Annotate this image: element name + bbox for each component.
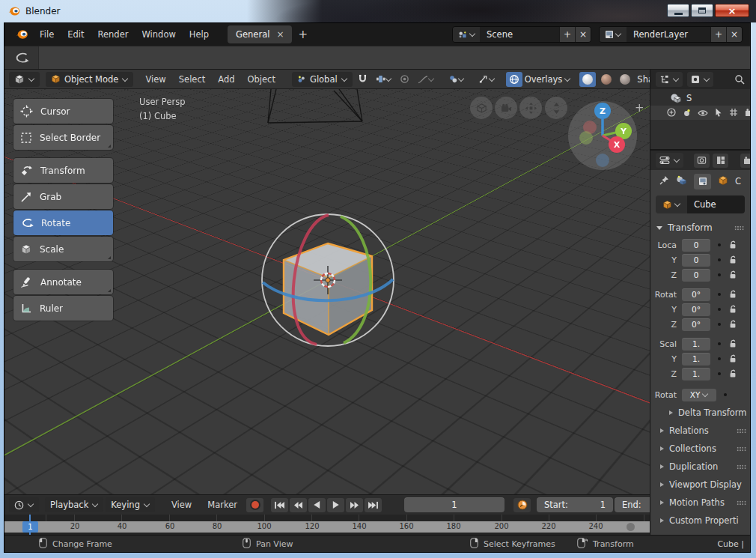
lock-icon[interactable] (728, 354, 737, 363)
panel-drag-handle[interactable] (737, 428, 746, 434)
tool-scale[interactable]: Scale (13, 237, 113, 261)
menu-add[interactable]: Add (213, 73, 240, 86)
snap-toggle-magnet-icon[interactable] (355, 72, 371, 87)
rotation-x-field[interactable]: 0° (682, 288, 710, 301)
animate-dot[interactable] (718, 372, 721, 375)
transform-orientation-dropdown[interactable]: Global (292, 72, 353, 87)
frame-number-band[interactable]: 20 40 60 80 100 120 140 160 180 200 220 … (4, 521, 650, 533)
object-data-tab-icon[interactable] (694, 174, 711, 189)
menu-render[interactable]: Render (91, 27, 135, 42)
perspective-toggle-button[interactable] (470, 97, 493, 119)
gizmo-axis-z[interactable]: Z (594, 103, 611, 119)
animate-dot[interactable] (724, 393, 727, 396)
timeline-editor-type-button[interactable] (9, 497, 39, 512)
rotation-z-field[interactable]: 0° (682, 318, 710, 331)
snap-target-dropdown[interactable] (373, 72, 394, 87)
overlays-globe-icon[interactable] (506, 72, 522, 87)
auto-keyframe-record-button[interactable] (246, 498, 263, 512)
menu-file[interactable]: File (33, 27, 61, 42)
shading-solid-button[interactable] (579, 72, 596, 87)
maximize-button[interactable] (691, 4, 713, 17)
navigation-gizmo[interactable]: Z Y X (568, 101, 637, 170)
add-workspace-button[interactable]: + (292, 28, 314, 41)
titlebar[interactable]: Blender × (0, 0, 756, 22)
outliner-editor-type-button[interactable] (656, 72, 683, 87)
object-crumb-icon[interactable] (718, 175, 728, 188)
scroll-jump-icon[interactable] (627, 523, 635, 531)
editor-type-button[interactable] (9, 72, 40, 87)
menu-select[interactable]: Select (174, 73, 210, 86)
location-z-field[interactable]: 0 (682, 269, 710, 282)
lock-icon[interactable] (728, 320, 737, 329)
playback-dropdown[interactable]: Playback (45, 497, 103, 512)
tool-grab[interactable]: Grab (13, 184, 113, 209)
pin-icon[interactable] (659, 175, 669, 187)
next-keyframe-button[interactable] (346, 498, 363, 512)
view-layer-unlink-button[interactable]: × (726, 27, 742, 42)
gizmo-dropdown[interactable] (475, 72, 498, 87)
tool-transform[interactable]: Transform (13, 158, 113, 183)
animate-dot[interactable] (718, 357, 721, 360)
tab-render[interactable] (694, 154, 710, 168)
shading-material-button[interactable] (598, 72, 615, 87)
scene-add-button[interactable]: + (559, 27, 575, 42)
select-dot-icon[interactable] (683, 106, 691, 120)
search-icon[interactable] (734, 74, 745, 85)
animate-dot[interactable] (718, 323, 721, 326)
panel-custom-properties[interactable]: Custom Properti (650, 512, 750, 530)
view-layer-browse-button[interactable] (600, 27, 627, 42)
animate-dot[interactable] (718, 273, 721, 276)
use-preview-range-button[interactable] (513, 498, 531, 512)
panel-duplication[interactable]: Duplication (650, 458, 750, 476)
tool-select-border[interactable]: Select Border (13, 125, 113, 150)
tool-cursor[interactable]: Cursor (13, 99, 113, 124)
view-layer-name[interactable]: RenderLayer (627, 29, 710, 40)
workspace-tab-close-icon[interactable]: × (276, 30, 284, 39)
scene-unlink-button[interactable]: × (575, 27, 591, 42)
falloff-dropdown[interactable] (415, 72, 437, 87)
panel-delta-transform[interactable]: Delta Transform (650, 404, 750, 422)
play-button[interactable] (327, 498, 344, 512)
rotation-y-field[interactable]: 0° (682, 303, 710, 316)
minimize-button[interactable] (667, 4, 689, 17)
menu-object[interactable]: Object (243, 73, 281, 86)
keying-dropdown[interactable]: Keying (106, 497, 155, 512)
properties-editor-type-button[interactable] (656, 153, 683, 168)
jump-to-end-button[interactable] (365, 498, 382, 512)
menu-edit[interactable]: Edit (61, 27, 91, 42)
animate-dot[interactable] (718, 293, 721, 296)
proportional-editing-icon[interactable] (397, 72, 412, 87)
previous-keyframe-button[interactable] (290, 498, 307, 512)
overlays-label[interactable]: Overlays (525, 74, 563, 85)
scale-z-field[interactable]: 1. (682, 368, 710, 380)
blender-menu-logo-icon[interactable] (10, 29, 33, 40)
outliner-filter-button[interactable] (687, 72, 713, 87)
tab-output[interactable] (713, 154, 728, 168)
lock-icon[interactable] (728, 270, 737, 279)
location-y-field[interactable]: 0 (682, 254, 710, 267)
viewport-3d[interactable]: User Persp (1) Cube Cursor Select B (4, 89, 650, 494)
add-icon[interactable] (667, 106, 676, 120)
current-frame-field[interactable]: 1 (404, 497, 504, 512)
animate-dot[interactable] (718, 243, 721, 246)
panel-viewport-display[interactable]: Viewport Display (650, 476, 750, 494)
rotation-mode-dropdown[interactable]: XY (682, 389, 716, 401)
panel-drag-handle[interactable] (737, 464, 746, 470)
region-split-plus-icon[interactable]: + (635, 101, 644, 115)
lock-icon[interactable] (728, 339, 737, 348)
transform-panel-header[interactable]: Transform (650, 218, 750, 237)
playhead-frame-label[interactable]: 1 (22, 521, 38, 533)
gizmo-axis-z-negative[interactable] (596, 154, 609, 167)
object-name-field[interactable]: Cube (687, 195, 745, 213)
panel-drag-handle[interactable] (734, 225, 744, 231)
gizmo-axis-x[interactable]: X (609, 136, 625, 153)
mode-dropdown[interactable]: Object Mode (46, 72, 133, 87)
location-x-field[interactable]: 0 (682, 239, 710, 252)
shading-rendered-button[interactable] (617, 72, 633, 87)
frame-start-field[interactable]: Start: 1 (537, 497, 613, 512)
panel-relations[interactable]: Relations (650, 422, 750, 440)
workspace-tab-general[interactable]: General × (228, 25, 292, 43)
menu-view[interactable]: View (140, 73, 171, 86)
tool-ruler[interactable]: Ruler (13, 296, 113, 321)
panel-motion-paths[interactable]: Motion Paths (650, 494, 750, 512)
